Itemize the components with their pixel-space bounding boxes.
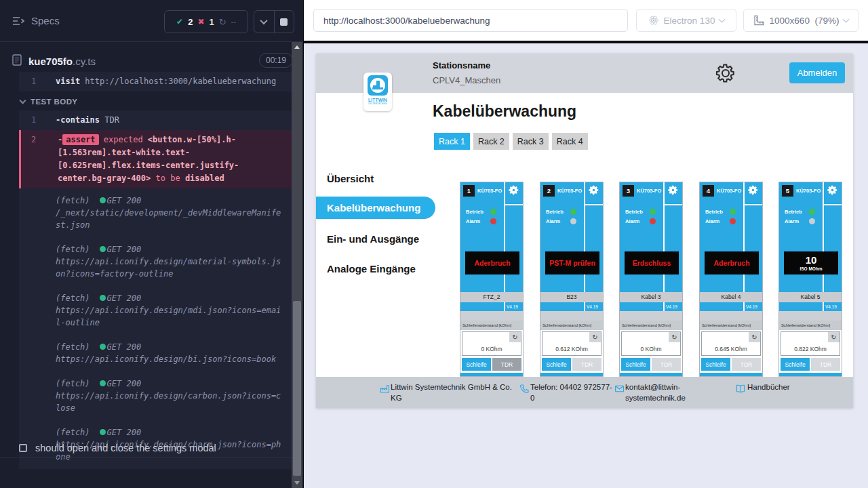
refresh-icon[interactable]: ↻ (509, 332, 521, 342)
status-display: Erdschluss (625, 251, 679, 274)
collapse-button[interactable] (254, 11, 274, 33)
sidebar-item-ein-und-ausgaenge[interactable]: Ein- und Ausgänge (327, 233, 419, 245)
card-settings-icon[interactable] (827, 184, 838, 196)
sidebar-item-kabelueberwachung[interactable]: Kabelüberwachung (316, 197, 435, 219)
stop-button[interactable] (274, 11, 294, 33)
card-settings-icon[interactable] (667, 184, 679, 196)
tab-rack-1[interactable]: Rack 1 (434, 133, 470, 150)
card-settings-icon[interactable] (588, 184, 599, 196)
device-card-1: 1 KÜ705-FO Betrieb Alarm Aderbruch FTZ_2… (460, 182, 524, 377)
fetch-label: (fetch) (56, 428, 90, 437)
company-name: Littwin Systemtechnik GmbH & Co. KG (391, 382, 519, 403)
test-body-header[interactable]: TEST BODY (20, 98, 292, 106)
spec-file-row[interactable]: kue705fo.cy.ts 00:19 (0, 52, 304, 73)
runner-controls (254, 10, 294, 33)
fetch-status: GET 200 (107, 342, 142, 352)
browser-select[interactable]: Electron 130 (636, 9, 736, 32)
scrollbar-thumb[interactable] (293, 301, 301, 476)
tab-rack-2[interactable]: Rack 2 (473, 133, 509, 150)
schleife-button[interactable]: Schleife (462, 358, 491, 371)
scroll-down-arrow[interactable] (294, 481, 300, 485)
network-log-row[interactable]: (fetch)GET 200 /_next/static/development… (19, 188, 292, 237)
chevron-down-icon (719, 16, 726, 23)
refresh-icon[interactable]: ↻ (749, 332, 760, 342)
passed-count: 2 (188, 17, 193, 27)
tdr-button-disabled[interactable]: TDR (811, 358, 840, 371)
tdr-button-disabled[interactable]: TDR (652, 358, 681, 371)
specs-list-icon[interactable] (12, 16, 26, 28)
betrieb-label: Betrieb (705, 209, 723, 215)
device-model: KÜ705-FO (796, 188, 821, 194)
url-input[interactable] (313, 9, 628, 32)
schleife-button[interactable]: Schleife (542, 358, 571, 371)
tab-rack-4[interactable]: Rack 4 (552, 133, 588, 150)
browser-name: Electron 130 (664, 16, 715, 26)
app-footer: Littwin Systemtechnik GmbH & Co. KG Tele… (316, 377, 853, 408)
settings-gear-icon[interactable] (715, 62, 736, 84)
cable-name: Kabel 3 (620, 292, 682, 302)
refresh-icon[interactable]: ↻ (589, 332, 601, 342)
app-header: LITTWIN SYSTEMTECHNIK Stationsname CPLV4… (316, 54, 853, 93)
command-visit[interactable]: 1 visit http://localhost:3000/kabelueber… (19, 72, 292, 92)
cable-name: Kabel 4 (700, 292, 762, 302)
test-box-icon (19, 444, 27, 452)
schleife-button[interactable]: Schleife (621, 358, 650, 371)
page-title: Kabelüberwachung (433, 102, 576, 121)
status-display: PST-M prüfen (545, 251, 599, 274)
betrieb-led (650, 209, 656, 215)
logo-text: LITTWIN (363, 98, 392, 102)
network-log-row[interactable]: (fetch)GET 200 https://api.iconify.desig… (19, 371, 292, 420)
next-test-row[interactable]: should open and close the settings modal (0, 438, 292, 458)
manuals-link[interactable]: Handbücher (747, 382, 790, 392)
device-card-3: 3 KÜ705-FO Betrieb Alarm Erdschluss Kabe… (619, 182, 683, 377)
network-log-row[interactable]: (fetch)GET 200 https://api.iconify.desig… (19, 335, 292, 371)
command-assert-failed[interactable]: 2 -assert expected <button.w-[50%].h-[1.… (19, 130, 292, 188)
fetch-label: (fetch) (56, 342, 90, 352)
firmware-version: V4.19 (587, 304, 598, 309)
cable-name: Kabel 5 (779, 292, 842, 302)
card-settings-icon[interactable] (747, 184, 759, 196)
littwin-logo: LITTWIN SYSTEMTECHNIK (363, 73, 392, 111)
logout-button[interactable]: Abmelden (789, 62, 845, 83)
command-number: 1 (31, 75, 36, 88)
betrieb-label: Betrieb (785, 209, 802, 215)
alarm-label: Alarm (785, 218, 799, 224)
resistance-panel: Schleifenwiderstand [kOhm] ↻ 0.822 KOhm … (779, 321, 842, 377)
station-label: Stationsname (433, 60, 490, 70)
spec-extension: .cy.ts (73, 56, 96, 67)
fetch-url: https://api.iconify.design/material-symb… (56, 256, 282, 280)
schleife-button[interactable]: Schleife (781, 358, 810, 371)
status-ok-dot (100, 246, 106, 252)
cable-name: FTZ_2 (460, 292, 523, 302)
test-stats[interactable]: ✔ 2 ✖ 1 ↻ -- (164, 10, 248, 33)
status-text: PST-M prüfen (549, 259, 595, 267)
alarm-led (570, 218, 576, 224)
schleife-button[interactable]: Schleife (701, 358, 730, 371)
betrieb-led (730, 209, 736, 215)
tdr-button-disabled[interactable]: TDR (732, 358, 761, 371)
refresh-icon[interactable]: ↻ (828, 332, 840, 342)
refresh-icon[interactable]: ↻ (669, 332, 680, 342)
command-method: visit (56, 77, 80, 86)
sidebar-item-uebersicht[interactable]: Übersicht (327, 173, 374, 184)
command-contains[interactable]: 1 -contains TDR (19, 110, 292, 130)
fetch-status: GET 200 (107, 379, 142, 388)
fetch-status: GET 200 (107, 196, 142, 205)
contact-email[interactable]: kontakt@littwin-systemtechnik.de (625, 382, 698, 403)
rack-tabs: Rack 1 Rack 2 Rack 3 Rack 4 (434, 133, 588, 150)
alarm-led (730, 218, 736, 224)
network-log-row[interactable]: (fetch)GET 200 https://api.iconify.desig… (19, 286, 292, 335)
tdr-button-disabled[interactable]: TDR (572, 358, 601, 371)
reporter-scrollbar[interactable] (292, 42, 302, 488)
sidebar-item-analoge-eingaenge[interactable]: Analoge Eingänge (327, 263, 416, 274)
card-settings-icon[interactable] (508, 184, 519, 196)
scroll-up-arrow[interactable] (294, 45, 300, 49)
resistance-value: 0 KOhm (622, 346, 680, 352)
logo-subtext: SYSTEMTECHNIK (363, 102, 392, 105)
command-message: TDR (104, 115, 119, 125)
tdr-button[interactable]: TDR (492, 358, 521, 371)
status-ok-dot (100, 380, 106, 386)
tab-rack-3[interactable]: Rack 3 (513, 133, 549, 150)
network-log-row[interactable]: (fetch)GET 200 https://api.iconify.desig… (19, 237, 292, 286)
viewport-select[interactable]: 1000x660 (79%) (743, 9, 859, 32)
